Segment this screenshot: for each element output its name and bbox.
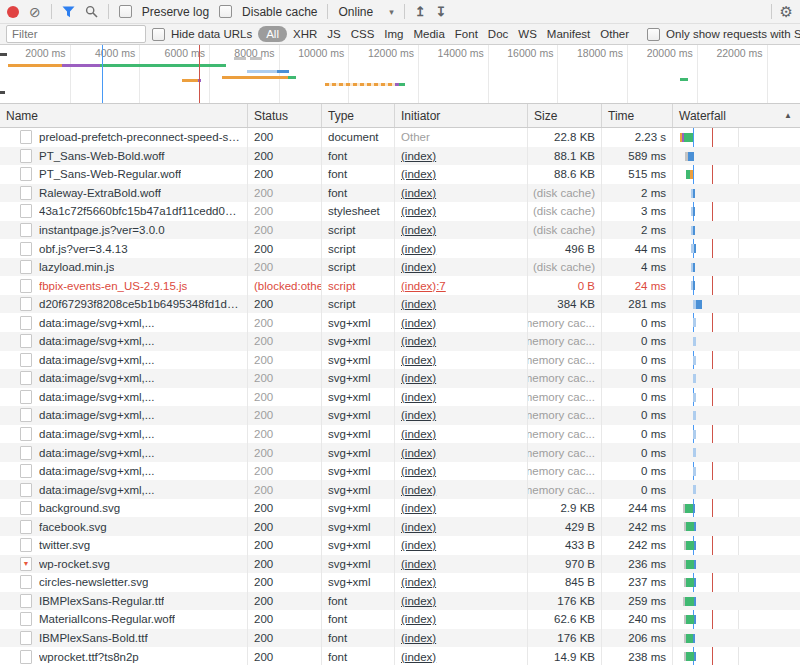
disable-cache-checkbox[interactable]	[219, 5, 232, 18]
table-row[interactable]: data:image/svg+xml,...200svg+xml(index)(…	[0, 351, 800, 370]
table-row[interactable]: twitter.svg200svg+xml(index)433 B242 ms	[0, 536, 800, 555]
table-row[interactable]: wprocket.ttf?ts8n2p200font(index)14.9 KB…	[0, 647, 800, 665]
initiator-link[interactable]: (index)	[401, 354, 436, 366]
table-row[interactable]: IBMPlexSans-Bold.ttf200font(index)176 KB…	[0, 629, 800, 648]
overview-waterfall-bar	[250, 57, 262, 60]
table-row[interactable]: PT_Sans-Web-Bold.woff200font(index)88.1 …	[0, 147, 800, 166]
initiator-link[interactable]: (index)	[401, 391, 436, 403]
filter-input[interactable]	[6, 25, 146, 43]
filter-type-img[interactable]: Img	[380, 28, 407, 40]
table-row[interactable]: preload-prefetch-preconnect-speed-site-b…	[0, 128, 800, 147]
column-header-size[interactable]: Size	[528, 104, 602, 127]
initiator-link[interactable]: (index)	[401, 521, 436, 533]
table-row[interactable]: data:image/svg+xml,...200svg+xml(index)(…	[0, 443, 800, 462]
status-cell: 200	[248, 647, 322, 665]
initiator-link[interactable]: (index)	[401, 651, 436, 663]
filter-type-font[interactable]: Font	[451, 28, 482, 40]
samesite-checkbox[interactable]	[647, 28, 660, 41]
initiator-link[interactable]: (index)	[401, 335, 436, 347]
initiator-link[interactable]: (index)	[401, 465, 436, 477]
column-header-label: Waterfall	[679, 109, 726, 123]
filter-type-manifest[interactable]: Manifest	[543, 28, 594, 40]
table-row[interactable]: data:image/svg+xml,...200svg+xml(index)(…	[0, 388, 800, 407]
record-button[interactable]	[7, 6, 19, 18]
initiator-link[interactable]: (index)	[401, 298, 436, 310]
preserve-log-label[interactable]: Preserve log	[142, 5, 209, 19]
table-row[interactable]: lazyload.min.js200script(index)(disk cac…	[0, 258, 800, 277]
initiator-link[interactable]: (index)	[401, 428, 436, 440]
preserve-log-checkbox[interactable]	[119, 5, 132, 18]
initiator-link[interactable]: (index)	[401, 595, 436, 607]
filter-type-media[interactable]: Media	[410, 28, 449, 40]
filter-type-all[interactable]: All	[258, 26, 287, 42]
table-row[interactable]: fbpix-events-en_US-2.9.15.js(blocked:oth…	[0, 276, 800, 295]
column-header-initiator[interactable]: Initiator	[395, 104, 528, 127]
initiator-link[interactable]: (index)	[401, 409, 436, 421]
request-name: twitter.svg	[39, 539, 90, 551]
column-header-time[interactable]: Time	[602, 104, 673, 127]
table-row[interactable]: data:image/svg+xml,...200svg+xml(index)(…	[0, 332, 800, 351]
samesite-label[interactable]: Only show requests with SameSite issues	[666, 28, 800, 40]
import-har-icon[interactable]: ↥	[415, 4, 426, 19]
initiator-link[interactable]: (index)	[401, 484, 436, 496]
filter-type-xhr[interactable]: XHR	[289, 28, 321, 40]
initiator-link[interactable]: (index)	[401, 205, 436, 217]
initiator-link[interactable]: (index)	[401, 261, 436, 273]
initiator-link[interactable]: (index)	[401, 613, 436, 625]
filter-type-css[interactable]: CSS	[347, 28, 379, 40]
filter-type-other[interactable]: Other	[596, 28, 633, 40]
table-row[interactable]: instantpage.js?ver=3.0.0200script(index)…	[0, 221, 800, 240]
column-header-type[interactable]: Type	[322, 104, 395, 127]
table-row[interactable]: data:image/svg+xml,...200svg+xml(index)(…	[0, 369, 800, 388]
initiator-link[interactable]: (index)	[401, 224, 436, 236]
table-row[interactable]: data:image/svg+xml,...200svg+xml(index)(…	[0, 406, 800, 425]
table-row[interactable]: Raleway-ExtraBold.woff200font(index)(dis…	[0, 184, 800, 203]
table-row[interactable]: d20f67293f8208ce5b1b6495348fd1d6.js200sc…	[0, 295, 800, 314]
initiator-link[interactable]: (index):7	[401, 280, 446, 292]
initiator-link[interactable]: (index)	[401, 372, 436, 384]
table-row[interactable]: ▼wp-rocket.svg200svg+xml(index)970 B236 …	[0, 555, 800, 574]
initiator-link[interactable]: (index)	[401, 558, 436, 570]
search-icon[interactable]	[85, 5, 98, 18]
hide-data-urls-label[interactable]: Hide data URLs	[171, 28, 252, 40]
disable-cache-label[interactable]: Disable cache	[242, 5, 317, 19]
type-cell: font	[322, 629, 395, 648]
initiator-link[interactable]: (index)	[401, 243, 436, 255]
initiator-link[interactable]: (index)	[401, 187, 436, 199]
table-row[interactable]: data:image/svg+xml,...200svg+xml(index)(…	[0, 425, 800, 444]
column-header-status[interactable]: Status	[248, 104, 322, 127]
initiator-link[interactable]: (index)	[401, 317, 436, 329]
table-row[interactable]: circles-newsletter.svg200svg+xml(index)8…	[0, 573, 800, 592]
hide-data-urls-checkbox[interactable]	[152, 28, 165, 41]
column-header-waterfall[interactable]: Waterfall▲	[673, 104, 800, 127]
initiator-link[interactable]: (index)	[401, 632, 436, 644]
column-header-name[interactable]: Name	[0, 104, 248, 127]
throttling-dropdown[interactable]: Online ▾	[338, 5, 393, 19]
table-row[interactable]: 43a1c72f5660bfc15b47a1df11cedd06.css200s…	[0, 202, 800, 221]
filter-type-ws[interactable]: WS	[514, 28, 541, 40]
filter-type-js[interactable]: JS	[323, 28, 344, 40]
table-row[interactable]: IBMPlexSans-Regular.ttf200font(index)176…	[0, 592, 800, 611]
initiator-link[interactable]: (index)	[401, 150, 436, 162]
initiator-link[interactable]: (index)	[401, 168, 436, 180]
table-row[interactable]: facebook.svg200svg+xml(index)429 B242 ms	[0, 517, 800, 536]
settings-gear-icon[interactable]: ⚙	[780, 5, 793, 19]
initiator-link[interactable]: (index)	[401, 576, 436, 588]
table-row[interactable]: PT_Sans-Web-Regular.woff200font(index)88…	[0, 165, 800, 184]
initiator-link[interactable]: (index)	[401, 539, 436, 551]
export-har-icon[interactable]: ↧	[436, 4, 447, 19]
size-cell: (disk cache)	[528, 221, 602, 240]
table-row[interactable]: data:image/svg+xml,...200svg+xml(index)(…	[0, 462, 800, 481]
initiator-link[interactable]: (index)	[401, 447, 436, 459]
filter-type-doc[interactable]: Doc	[484, 28, 512, 40]
clear-icon[interactable]: ⊘	[29, 5, 41, 19]
filter-funnel-icon[interactable]	[62, 6, 75, 18]
table-row[interactable]: data:image/svg+xml,...200svg+xml(index)(…	[0, 313, 800, 332]
table-row[interactable]: obf.js?ver=3.4.13200script(index)496 B44…	[0, 239, 800, 258]
overview-waterfall-bar	[0, 91, 5, 94]
table-row[interactable]: MaterialIcons-Regular.woff200font(index)…	[0, 610, 800, 629]
initiator-link[interactable]: (index)	[401, 502, 436, 514]
overview-strip[interactable]: 2000 ms4000 ms6000 ms8000 ms10000 ms1200…	[0, 45, 800, 104]
table-row[interactable]: background.svg200svg+xml(index)2.9 KB244…	[0, 499, 800, 518]
table-row[interactable]: data:image/svg+xml,...200svg+xml(index)(…	[0, 480, 800, 499]
